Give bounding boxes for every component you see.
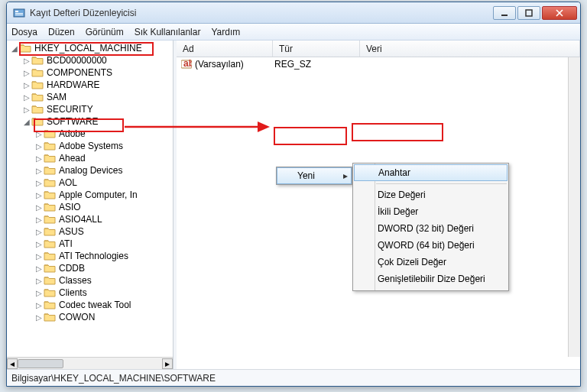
expand-arrow-icon[interactable]: ▷: [34, 252, 44, 261]
menubar[interactable]: Dosya Düzen Görünüm Sık Kullanılanlar Ya…: [7, 24, 580, 40]
tree-node-clients[interactable]: ▷Clients: [10, 287, 173, 299]
column-name[interactable]: Ad: [177, 40, 273, 57]
expand-arrow-icon[interactable]: ▷: [22, 69, 31, 77]
folder-icon: [44, 312, 56, 322]
registry-tree[interactable]: ◢HKEY_LOCAL_MACHINE▷BCD00000000▷COMPONEN…: [7, 40, 173, 357]
titlebar[interactable]: Kayıt Defteri Düzenleyicisi: [7, 2, 580, 24]
expand-arrow-icon[interactable]: ▷: [34, 142, 44, 151]
regedit-window: Kayıt Defteri Düzenleyicisi Dosya Düzen …: [6, 2, 581, 387]
tree-node-cddb[interactable]: ▷CDDB: [10, 262, 173, 274]
folder-icon: [31, 55, 44, 66]
column-type[interactable]: Tür: [273, 40, 360, 57]
list-vscrollbar[interactable]: [568, 57, 580, 357]
folder-icon: [31, 116, 44, 127]
folder-icon: [44, 190, 56, 200]
expand-arrow-icon[interactable]: ▷: [34, 228, 44, 236]
tree-node-analog-devices[interactable]: ▷Analog Devices: [10, 164, 173, 177]
svg-rect-3: [15, 15, 23, 15]
scroll-right-button[interactable]: ▸: [162, 358, 173, 369]
list-header[interactable]: Ad Tür Veri: [177, 40, 580, 57]
expand-arrow-icon[interactable]: ▷: [22, 105, 31, 114]
maximize-button[interactable]: [517, 6, 540, 20]
folder-icon: [44, 251, 56, 261]
folder-icon: [31, 92, 44, 102]
expand-arrow-icon[interactable]: ▷: [34, 167, 44, 175]
statusbar-path: Bilgisayar\HKEY_LOCAL_MACHINE\SOFTWARE: [11, 373, 216, 384]
expand-arrow-icon[interactable]: ▷: [34, 179, 44, 187]
tree-node-asio4all[interactable]: ▷ASIO4ALL: [10, 213, 173, 225]
context-menu-new[interactable]: Yeni ▸: [276, 167, 352, 185]
tree-node-adobe[interactable]: ▷Adobe: [10, 128, 173, 140]
expand-arrow-icon[interactable]: ▷: [22, 57, 31, 65]
expand-arrow-icon[interactable]: ▷: [34, 154, 44, 163]
expand-arrow-icon[interactable]: ◢: [10, 44, 19, 53]
tree-node-components[interactable]: ▷COMPONENTS: [10, 66, 173, 79]
tree-node-hklm[interactable]: ◢HKEY_LOCAL_MACHINE: [10, 42, 173, 54]
folder-icon: [31, 104, 44, 115]
expand-arrow-icon[interactable]: ▷: [34, 289, 44, 297]
expand-arrow-icon[interactable]: ▷: [22, 81, 31, 89]
scroll-left-button[interactable]: ◂: [7, 358, 18, 369]
ctx-item-multistring[interactable]: Çok Dizeli Değer: [353, 254, 508, 271]
tree-node-ahead[interactable]: ▷Ahead: [10, 152, 173, 164]
folder-icon: [44, 300, 56, 310]
column-data[interactable]: Veri: [360, 40, 580, 57]
folder-icon: [19, 43, 31, 53]
tree-node-asio[interactable]: ▷ASIO: [10, 201, 173, 213]
tree-node-hardware[interactable]: ▷HARDWARE: [10, 79, 173, 91]
ctx-item-string[interactable]: Dize Değeri: [353, 186, 508, 203]
menu-help[interactable]: Yardım: [211, 27, 240, 37]
list-row-default[interactable]: ab (Varsayılan) REG_SZ: [177, 57, 580, 71]
tree-node-cowon[interactable]: ▷COWON: [10, 311, 173, 323]
ctx-item-key[interactable]: Anahtar: [354, 164, 508, 181]
tree-hscrollbar[interactable]: ◂ ▸: [7, 357, 173, 369]
app-icon: [13, 7, 25, 19]
tree-node-apple-computer-in[interactable]: ▷Apple Computer, In: [10, 189, 173, 201]
context-submenu[interactable]: Anahtar Dize Değeri İkili Değer DWORD (3…: [352, 163, 509, 291]
close-button[interactable]: [542, 6, 577, 20]
statusbar: Bilgisayar\HKEY_LOCAL_MACHINE\SOFTWARE: [7, 369, 580, 386]
tree-node-asus[interactable]: ▷ASUS: [10, 225, 173, 238]
ctx-item-dword[interactable]: DWORD (32 bit) Değeri: [353, 220, 508, 237]
minimize-button[interactable]: [493, 6, 516, 20]
tree-node-security[interactable]: ▷SECURITY: [10, 103, 173, 115]
hscroll-thumb[interactable]: [18, 359, 63, 368]
expand-arrow-icon[interactable]: ▷: [34, 277, 44, 285]
menu-file[interactable]: Dosya: [11, 27, 37, 37]
folder-icon: [44, 165, 56, 176]
folder-icon: [44, 128, 56, 139]
expand-arrow-icon[interactable]: ▷: [34, 264, 44, 273]
folder-icon: [31, 67, 44, 78]
ctx-item-binary[interactable]: İkili Değer: [353, 203, 508, 220]
ctx-item-expandstring[interactable]: Genişletilebilir Dize Değeri: [353, 271, 508, 287]
tree-node-codec-tweak-tool[interactable]: ▷Codec tweak Tool: [10, 299, 173, 311]
expand-arrow-icon[interactable]: ▷: [22, 93, 31, 102]
menu-edit[interactable]: Düzen: [48, 27, 75, 37]
tree-node-classes[interactable]: ▷Classes: [10, 274, 173, 287]
ctx-new-item[interactable]: Yeni ▸: [277, 167, 352, 184]
tree-node-adobe-systems[interactable]: ▷Adobe Systems: [10, 140, 173, 152]
tree-node-sam[interactable]: ▷SAM: [10, 91, 173, 103]
expand-arrow-icon[interactable]: ▷: [34, 240, 44, 248]
tree-node-bcd00000000[interactable]: ▷BCD00000000: [10, 54, 173, 66]
expand-arrow-icon[interactable]: ▷: [34, 191, 44, 199]
expand-arrow-icon[interactable]: ▷: [34, 130, 44, 138]
ctx-item-qword[interactable]: QWORD (64 bit) Değeri: [353, 237, 508, 254]
tree-node-ati-technologies[interactable]: ▷ATI Technologies: [10, 250, 173, 262]
expand-arrow-icon[interactable]: ▷: [34, 313, 44, 322]
expand-arrow-icon[interactable]: ▷: [34, 215, 44, 224]
tree-node-ati[interactable]: ▷ATI: [10, 238, 173, 250]
folder-icon: [44, 141, 56, 151]
folder-icon: [44, 202, 56, 212]
menu-view[interactable]: Görünüm: [86, 27, 124, 37]
tree-pane[interactable]: ◢HKEY_LOCAL_MACHINE▷BCD00000000▷COMPONEN…: [7, 40, 174, 369]
folder-icon: [44, 153, 56, 164]
tree-node-aol[interactable]: ▷AOL: [10, 177, 173, 189]
menu-favorites[interactable]: Sık Kullanılanlar: [135, 27, 201, 37]
expand-arrow-icon[interactable]: ▷: [34, 203, 44, 212]
tree-node-software[interactable]: ◢SOFTWARE: [10, 115, 173, 128]
expand-arrow-icon[interactable]: ◢: [22, 118, 31, 126]
expand-arrow-icon[interactable]: ▷: [34, 301, 44, 309]
folder-icon: [44, 177, 56, 188]
folder-icon: [31, 79, 44, 90]
